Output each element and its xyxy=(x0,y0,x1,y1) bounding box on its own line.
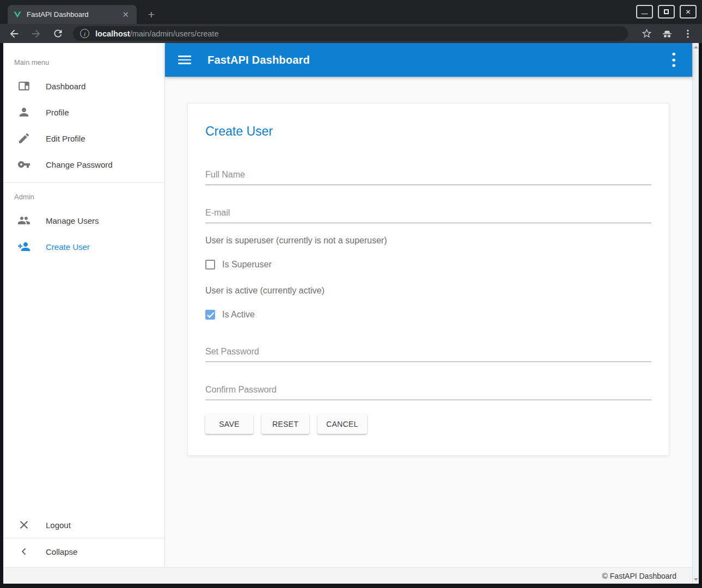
window-close-button[interactable]: ✕ xyxy=(680,5,697,19)
set-password-field-wrap xyxy=(205,347,651,362)
sidebar-item-edit-profile[interactable]: Edit Profile xyxy=(3,125,164,151)
superuser-checkbox-row[interactable]: Is Superuser xyxy=(205,260,651,270)
page-footer: © FastAPI Dashboard xyxy=(3,567,692,584)
sidebar-section-admin: Admin xyxy=(3,183,164,207)
create-user-card: Create User User is superuser (currently… xyxy=(187,103,669,456)
scrollbar-up-icon[interactable] xyxy=(694,46,698,48)
url-text: localhost/main/admin/users/create xyxy=(95,29,218,38)
active-hint: User is active (currently active) xyxy=(205,286,651,296)
sidebar-item-logout[interactable]: Logout xyxy=(3,512,164,538)
sidebar-item-label: Collapse xyxy=(46,547,77,556)
sidebar-item-collapse[interactable]: Collapse xyxy=(3,538,164,565)
browser-menu-icon[interactable] xyxy=(681,27,694,40)
browser-tab[interactable]: FastAPI Dashboard ✕ xyxy=(8,5,137,24)
sidebar-item-change-password[interactable]: Change Password xyxy=(3,151,164,177)
sidebar-item-label: Manage Users xyxy=(46,216,99,225)
sidebar-item-manage-users[interactable]: Manage Users xyxy=(3,207,164,234)
superuser-checkbox[interactable] xyxy=(205,260,215,270)
browser-toolbar: i localhost/main/admin/users/create xyxy=(0,24,702,43)
tab-close-icon[interactable]: ✕ xyxy=(120,9,131,20)
dashboard-icon xyxy=(17,79,30,93)
forward-icon[interactable] xyxy=(29,27,42,40)
active-checkbox[interactable] xyxy=(205,310,215,320)
person-icon xyxy=(17,106,30,119)
page-title: Create User xyxy=(205,124,651,139)
cancel-button[interactable]: CANCEL xyxy=(318,414,367,434)
edit-icon xyxy=(17,132,30,145)
reset-button[interactable]: RESET xyxy=(261,414,309,434)
full-name-field-wrap xyxy=(205,170,651,185)
vue-logo-icon xyxy=(13,10,22,19)
browser-window: FastAPI Dashboard ✕ + — ✕ i localhost/ma… xyxy=(0,0,702,588)
menu-icon[interactable] xyxy=(178,56,191,64)
sidebar-item-profile[interactable]: Profile xyxy=(3,99,164,125)
form-actions: SAVE RESET CANCEL xyxy=(205,414,651,434)
chevron-left-icon xyxy=(17,545,30,558)
confirm-password-input[interactable] xyxy=(205,385,651,400)
footer-copyright: © FastAPI Dashboard xyxy=(602,572,676,580)
sidebar-item-label: Dashboard xyxy=(46,82,86,91)
address-bar[interactable]: i localhost/main/admin/users/create xyxy=(73,26,628,41)
people-icon xyxy=(17,214,30,227)
main-content: FastAPI Dashboard ••• Create User User i… xyxy=(165,43,692,567)
scrollbar-down-icon[interactable] xyxy=(694,578,698,581)
sidebar-item-label: Change Password xyxy=(46,160,113,169)
full-name-input[interactable] xyxy=(205,170,651,185)
browser-titlebar: FastAPI Dashboard ✕ + — ✕ xyxy=(0,0,702,24)
minimize-button[interactable]: — xyxy=(636,5,653,19)
active-checkbox-label: Is Active xyxy=(222,310,255,320)
sidebar-item-label: Create User xyxy=(46,242,90,252)
tab-title: FastAPI Dashboard xyxy=(27,10,120,19)
sidebar-item-dashboard[interactable]: Dashboard xyxy=(3,73,164,99)
maximize-button[interactable] xyxy=(658,5,675,19)
incognito-icon xyxy=(661,27,674,40)
superuser-checkbox-label: Is Superuser xyxy=(222,260,272,270)
save-button[interactable]: SAVE xyxy=(205,414,253,434)
bookmark-star-icon[interactable] xyxy=(640,27,653,40)
confirm-password-field-wrap xyxy=(205,385,651,400)
set-password-input[interactable] xyxy=(205,347,651,362)
reload-icon[interactable] xyxy=(51,27,64,40)
superuser-hint: User is superuser (currently is not a su… xyxy=(205,236,651,246)
page: Main menu Dashboard Profile xyxy=(3,43,699,584)
check-icon xyxy=(207,312,215,318)
sidebar: Main menu Dashboard Profile xyxy=(3,43,165,567)
sidebar-item-label: Logout xyxy=(46,520,71,530)
key-icon xyxy=(17,158,30,171)
email-input[interactable] xyxy=(205,208,651,223)
sidebar-item-label: Edit Profile xyxy=(46,134,86,143)
page-scrollbar[interactable] xyxy=(692,43,699,584)
person-add-icon xyxy=(17,240,30,253)
sidebar-bottom: Logout Collapse xyxy=(3,512,164,567)
appbar: FastAPI Dashboard ••• xyxy=(165,43,692,77)
window-controls: — ✕ xyxy=(636,5,697,19)
sidebar-section-main-menu: Main menu xyxy=(3,43,164,73)
new-tab-button[interactable]: + xyxy=(144,7,159,22)
email-field-wrap xyxy=(205,208,651,223)
info-icon[interactable]: i xyxy=(80,29,89,38)
close-icon xyxy=(17,518,30,531)
appbar-title: FastAPI Dashboard xyxy=(207,54,310,66)
active-checkbox-row[interactable]: Is Active xyxy=(205,310,651,320)
back-icon[interactable] xyxy=(8,27,21,40)
appbar-kebab-icon[interactable]: ••• xyxy=(668,51,679,68)
sidebar-item-label: Profile xyxy=(46,108,69,117)
sidebar-item-create-user[interactable]: Create User xyxy=(3,234,164,260)
